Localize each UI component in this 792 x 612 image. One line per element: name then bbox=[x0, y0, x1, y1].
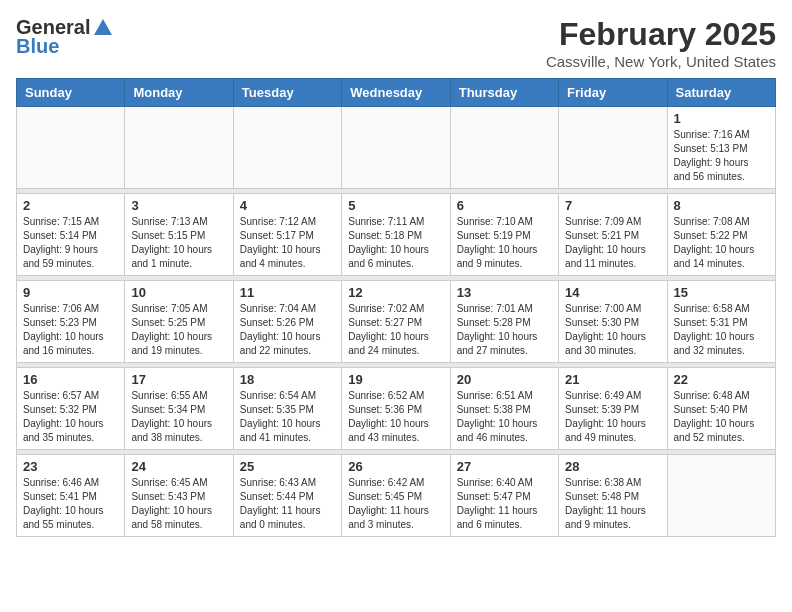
col-friday: Friday bbox=[559, 79, 667, 107]
logo-blue-text: Blue bbox=[16, 35, 59, 58]
day-number: 10 bbox=[131, 285, 226, 300]
calendar-table: Sunday Monday Tuesday Wednesday Thursday… bbox=[16, 78, 776, 537]
day-info: Sunrise: 6:42 AM Sunset: 5:45 PM Dayligh… bbox=[348, 476, 443, 532]
calendar-header-row: Sunday Monday Tuesday Wednesday Thursday… bbox=[17, 79, 776, 107]
week-row-5: 23Sunrise: 6:46 AM Sunset: 5:41 PM Dayli… bbox=[17, 455, 776, 537]
day-number: 12 bbox=[348, 285, 443, 300]
day-info: Sunrise: 6:49 AM Sunset: 5:39 PM Dayligh… bbox=[565, 389, 660, 445]
day-info: Sunrise: 6:52 AM Sunset: 5:36 PM Dayligh… bbox=[348, 389, 443, 445]
day-number: 24 bbox=[131, 459, 226, 474]
calendar-day: 11Sunrise: 7:04 AM Sunset: 5:26 PM Dayli… bbox=[233, 281, 341, 363]
month-title: February 2025 bbox=[546, 16, 776, 53]
week-row-2: 2Sunrise: 7:15 AM Sunset: 5:14 PM Daylig… bbox=[17, 194, 776, 276]
day-number: 6 bbox=[457, 198, 552, 213]
calendar-day bbox=[450, 107, 558, 189]
logo: General Blue bbox=[16, 16, 114, 58]
day-info: Sunrise: 7:12 AM Sunset: 5:17 PM Dayligh… bbox=[240, 215, 335, 271]
day-info: Sunrise: 7:15 AM Sunset: 5:14 PM Dayligh… bbox=[23, 215, 118, 271]
day-number: 15 bbox=[674, 285, 769, 300]
calendar-day: 28Sunrise: 6:38 AM Sunset: 5:48 PM Dayli… bbox=[559, 455, 667, 537]
calendar-day: 6Sunrise: 7:10 AM Sunset: 5:19 PM Daylig… bbox=[450, 194, 558, 276]
day-info: Sunrise: 7:01 AM Sunset: 5:28 PM Dayligh… bbox=[457, 302, 552, 358]
day-info: Sunrise: 7:08 AM Sunset: 5:22 PM Dayligh… bbox=[674, 215, 769, 271]
calendar-day: 10Sunrise: 7:05 AM Sunset: 5:25 PM Dayli… bbox=[125, 281, 233, 363]
col-thursday: Thursday bbox=[450, 79, 558, 107]
calendar-day: 21Sunrise: 6:49 AM Sunset: 5:39 PM Dayli… bbox=[559, 368, 667, 450]
svg-marker-0 bbox=[94, 19, 112, 35]
calendar-day: 8Sunrise: 7:08 AM Sunset: 5:22 PM Daylig… bbox=[667, 194, 775, 276]
day-number: 27 bbox=[457, 459, 552, 474]
day-number: 20 bbox=[457, 372, 552, 387]
col-wednesday: Wednesday bbox=[342, 79, 450, 107]
header: General Blue February 2025 Cassville, Ne… bbox=[16, 16, 776, 70]
day-info: Sunrise: 6:51 AM Sunset: 5:38 PM Dayligh… bbox=[457, 389, 552, 445]
day-info: Sunrise: 7:06 AM Sunset: 5:23 PM Dayligh… bbox=[23, 302, 118, 358]
day-info: Sunrise: 7:00 AM Sunset: 5:30 PM Dayligh… bbox=[565, 302, 660, 358]
day-info: Sunrise: 6:40 AM Sunset: 5:47 PM Dayligh… bbox=[457, 476, 552, 532]
day-info: Sunrise: 6:43 AM Sunset: 5:44 PM Dayligh… bbox=[240, 476, 335, 532]
calendar-day: 12Sunrise: 7:02 AM Sunset: 5:27 PM Dayli… bbox=[342, 281, 450, 363]
col-monday: Monday bbox=[125, 79, 233, 107]
calendar-day: 17Sunrise: 6:55 AM Sunset: 5:34 PM Dayli… bbox=[125, 368, 233, 450]
day-number: 19 bbox=[348, 372, 443, 387]
calendar-day bbox=[233, 107, 341, 189]
calendar-day: 15Sunrise: 6:58 AM Sunset: 5:31 PM Dayli… bbox=[667, 281, 775, 363]
day-info: Sunrise: 6:48 AM Sunset: 5:40 PM Dayligh… bbox=[674, 389, 769, 445]
day-info: Sunrise: 7:16 AM Sunset: 5:13 PM Dayligh… bbox=[674, 128, 769, 184]
calendar-day: 16Sunrise: 6:57 AM Sunset: 5:32 PM Dayli… bbox=[17, 368, 125, 450]
day-number: 25 bbox=[240, 459, 335, 474]
col-sunday: Sunday bbox=[17, 79, 125, 107]
day-number: 16 bbox=[23, 372, 118, 387]
location-subtitle: Cassville, New York, United States bbox=[546, 53, 776, 70]
calendar-day: 7Sunrise: 7:09 AM Sunset: 5:21 PM Daylig… bbox=[559, 194, 667, 276]
day-number: 11 bbox=[240, 285, 335, 300]
day-info: Sunrise: 6:45 AM Sunset: 5:43 PM Dayligh… bbox=[131, 476, 226, 532]
day-info: Sunrise: 7:13 AM Sunset: 5:15 PM Dayligh… bbox=[131, 215, 226, 271]
calendar-day: 1Sunrise: 7:16 AM Sunset: 5:13 PM Daylig… bbox=[667, 107, 775, 189]
week-row-4: 16Sunrise: 6:57 AM Sunset: 5:32 PM Dayli… bbox=[17, 368, 776, 450]
calendar-day: 13Sunrise: 7:01 AM Sunset: 5:28 PM Dayli… bbox=[450, 281, 558, 363]
day-number: 1 bbox=[674, 111, 769, 126]
day-info: Sunrise: 6:58 AM Sunset: 5:31 PM Dayligh… bbox=[674, 302, 769, 358]
day-number: 23 bbox=[23, 459, 118, 474]
calendar-day bbox=[342, 107, 450, 189]
calendar-day: 22Sunrise: 6:48 AM Sunset: 5:40 PM Dayli… bbox=[667, 368, 775, 450]
day-number: 4 bbox=[240, 198, 335, 213]
day-number: 5 bbox=[348, 198, 443, 213]
calendar-day bbox=[17, 107, 125, 189]
day-info: Sunrise: 6:38 AM Sunset: 5:48 PM Dayligh… bbox=[565, 476, 660, 532]
calendar-day: 26Sunrise: 6:42 AM Sunset: 5:45 PM Dayli… bbox=[342, 455, 450, 537]
day-number: 2 bbox=[23, 198, 118, 213]
calendar-day: 3Sunrise: 7:13 AM Sunset: 5:15 PM Daylig… bbox=[125, 194, 233, 276]
calendar-day bbox=[667, 455, 775, 537]
day-number: 7 bbox=[565, 198, 660, 213]
calendar-day: 24Sunrise: 6:45 AM Sunset: 5:43 PM Dayli… bbox=[125, 455, 233, 537]
day-info: Sunrise: 7:09 AM Sunset: 5:21 PM Dayligh… bbox=[565, 215, 660, 271]
day-number: 21 bbox=[565, 372, 660, 387]
logo-icon bbox=[92, 17, 114, 39]
calendar-day bbox=[125, 107, 233, 189]
day-number: 8 bbox=[674, 198, 769, 213]
day-number: 26 bbox=[348, 459, 443, 474]
day-info: Sunrise: 6:55 AM Sunset: 5:34 PM Dayligh… bbox=[131, 389, 226, 445]
col-saturday: Saturday bbox=[667, 79, 775, 107]
calendar-day: 19Sunrise: 6:52 AM Sunset: 5:36 PM Dayli… bbox=[342, 368, 450, 450]
week-row-3: 9Sunrise: 7:06 AM Sunset: 5:23 PM Daylig… bbox=[17, 281, 776, 363]
day-number: 18 bbox=[240, 372, 335, 387]
day-number: 17 bbox=[131, 372, 226, 387]
day-info: Sunrise: 6:54 AM Sunset: 5:35 PM Dayligh… bbox=[240, 389, 335, 445]
col-tuesday: Tuesday bbox=[233, 79, 341, 107]
day-number: 3 bbox=[131, 198, 226, 213]
week-row-1: 1Sunrise: 7:16 AM Sunset: 5:13 PM Daylig… bbox=[17, 107, 776, 189]
day-number: 13 bbox=[457, 285, 552, 300]
calendar-day: 23Sunrise: 6:46 AM Sunset: 5:41 PM Dayli… bbox=[17, 455, 125, 537]
calendar-day: 25Sunrise: 6:43 AM Sunset: 5:44 PM Dayli… bbox=[233, 455, 341, 537]
day-info: Sunrise: 7:04 AM Sunset: 5:26 PM Dayligh… bbox=[240, 302, 335, 358]
title-area: February 2025 Cassville, New York, Unite… bbox=[546, 16, 776, 70]
day-number: 22 bbox=[674, 372, 769, 387]
calendar-day: 18Sunrise: 6:54 AM Sunset: 5:35 PM Dayli… bbox=[233, 368, 341, 450]
day-info: Sunrise: 7:10 AM Sunset: 5:19 PM Dayligh… bbox=[457, 215, 552, 271]
calendar-day: 9Sunrise: 7:06 AM Sunset: 5:23 PM Daylig… bbox=[17, 281, 125, 363]
calendar-day: 14Sunrise: 7:00 AM Sunset: 5:30 PM Dayli… bbox=[559, 281, 667, 363]
calendar-day: 20Sunrise: 6:51 AM Sunset: 5:38 PM Dayli… bbox=[450, 368, 558, 450]
